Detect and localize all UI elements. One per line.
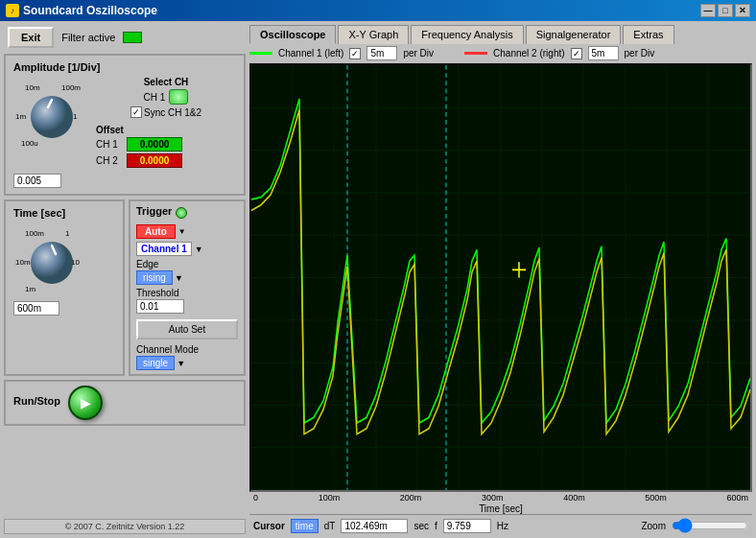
autoset-button[interactable]: Auto Set: [136, 319, 238, 339]
svg-text:1: 1: [65, 229, 70, 238]
time-title: Time [sec]: [13, 207, 115, 219]
edge-button[interactable]: rising: [136, 270, 173, 285]
knob-label-100m: 100m: [61, 83, 81, 92]
amplitude-knob[interactable]: 10m 100m 1m 1 100u: [13, 77, 90, 153]
trigger-title: Trigger: [136, 205, 172, 217]
ch2-perdiv-label: per Div: [625, 48, 655, 58]
ch1-visible-checkbox[interactable]: [349, 48, 361, 59]
ch2-channel-label: Channel 2 (right): [493, 48, 564, 58]
sync-checkbox[interactable]: [130, 106, 142, 118]
knob-label-10m: 10m: [25, 83, 40, 92]
amplitude-value-input[interactable]: [13, 174, 61, 188]
time-knob[interactable]: 100m 1 10m 10 1m: [13, 222, 90, 299]
x-axis-title: Time [sec]: [249, 503, 752, 514]
cursor-type-button[interactable]: time: [291, 519, 319, 533]
main-container: Exit Filter active Amplitude [1/Div] 10m…: [0, 21, 756, 538]
dt-label: dT: [324, 521, 336, 531]
ch2-offset-input[interactable]: [127, 153, 182, 168]
cursor-label: Cursor: [253, 521, 285, 531]
x-label-400m: 400m: [563, 493, 585, 503]
minimize-button[interactable]: —: [700, 4, 716, 17]
amplitude-bottom: [13, 174, 236, 188]
sync-checkbox-row[interactable]: Sync CH 1&2: [130, 106, 201, 118]
left-panel: Exit Filter active Amplitude [1/Div] 10m…: [0, 21, 249, 538]
f-value-input[interactable]: [443, 519, 491, 533]
select-ch-area: Select CH CH 1 Sync CH 1&2: [96, 77, 236, 118]
x-axis-labels: 0 100m 200m 300m 400m 500m 600m: [249, 492, 752, 503]
edge-label: Edge: [136, 259, 238, 269]
channel-mode-arrow[interactable]: ▼: [177, 359, 185, 368]
ch2-color-line: [464, 52, 487, 55]
ch2-offset-row: CH 2: [96, 153, 236, 168]
x-label-600m: 600m: [726, 493, 748, 503]
channel-mode-label: Channel Mode: [136, 344, 238, 355]
f-label: f: [435, 521, 437, 531]
filter-label: Filter active: [61, 32, 115, 43]
play-icon: ▶: [81, 395, 91, 410]
time-value-input[interactable]: [13, 301, 59, 316]
right-panel: Oscilloscope X-Y Graph Frequency Analysi…: [249, 21, 756, 538]
ch1-color-line: [249, 52, 272, 55]
offset-label: Offset: [96, 125, 236, 135]
threshold-input[interactable]: [136, 299, 184, 314]
scope-container: [249, 63, 752, 492]
channel-mode-button[interactable]: single: [136, 356, 175, 370]
sync-label: Sync CH 1&2: [144, 107, 201, 118]
edge-dropdown-arrow[interactable]: ▼: [175, 273, 183, 283]
x-label-0: 0: [253, 493, 258, 503]
channel-select-button[interactable]: Channel 1: [136, 242, 192, 256]
amplitude-knob-container: 10m 100m 1m 1 100u: [13, 77, 90, 153]
svg-text:100m: 100m: [25, 229, 44, 238]
tab-frequency[interactable]: Frequency Analysis: [411, 25, 523, 44]
time-inner: 100m 1 10m 10 1m: [13, 222, 115, 299]
ch1-select-label: CH 1: [144, 92, 166, 103]
knob-label-100u: 100u: [21, 139, 38, 148]
bottom-bar: Cursor time dT sec f Hz Zoom: [249, 514, 752, 536]
x-label-300m: 300m: [482, 493, 504, 503]
runstop-panel: Run/Stop ▶: [4, 380, 246, 426]
dt-value-input[interactable]: [341, 519, 408, 533]
ch2-perdiv-input[interactable]: [588, 46, 619, 60]
ch1-offset-input[interactable]: [127, 137, 182, 152]
maximize-button[interactable]: □: [718, 4, 733, 17]
x-label-100m: 100m: [319, 493, 341, 503]
ch1-perdiv-label: per Div: [403, 48, 434, 58]
ch1-offset-label: CH 1: [96, 139, 123, 150]
tab-oscilloscope[interactable]: Oscilloscope: [249, 25, 336, 44]
time-panel: Time [sec] 100m 1 10m 10 1m: [4, 199, 125, 376]
auto-button[interactable]: Auto: [136, 224, 176, 239]
threshold-label: Threshold: [136, 288, 238, 298]
offset-section: Offset CH 1 CH 2: [96, 125, 236, 170]
title-bar: ♪ Soundcard Oszilloscope — □ ✕: [0, 0, 756, 21]
trigger-header: Trigger: [136, 205, 238, 221]
channel-dropdown-arrow[interactable]: ▼: [195, 245, 203, 254]
amplitude-panel: Amplitude [1/Div] 10m 100m 1m 1 100u: [4, 54, 246, 196]
trigger-indicator: [176, 207, 187, 219]
tab-extras[interactable]: Extras: [623, 25, 673, 44]
ch1-indicator: [169, 89, 188, 105]
runstop-button[interactable]: ▶: [68, 386, 103, 420]
x-label-500m: 500m: [645, 493, 667, 503]
select-ch-label: Select CH: [144, 77, 189, 87]
tab-signalgenerator[interactable]: Signalgenerator: [526, 25, 622, 44]
zoom-label: Zoom: [641, 521, 666, 531]
close-button[interactable]: ✕: [735, 4, 750, 17]
window-controls: — □ ✕: [700, 4, 750, 17]
dt-unit: sec: [413, 521, 429, 531]
copyright: © 2007 C. Zeitnitz Version 1.22: [4, 519, 246, 534]
scope-display[interactable]: [251, 65, 750, 490]
amplitude-knob-area: 10m 100m 1m 1 100u: [13, 77, 90, 170]
ch1-channel-label: Channel 1 (left): [278, 48, 343, 58]
mid-row: Time [sec] 100m 1 10m 10 1m: [4, 199, 246, 376]
runstop-title: Run/Stop: [13, 395, 60, 407]
auto-dropdown-arrow[interactable]: ▼: [178, 227, 186, 236]
ch2-visible-checkbox[interactable]: [571, 48, 582, 59]
tab-xy-graph[interactable]: X-Y Graph: [338, 25, 409, 44]
trigger-panel: Trigger Auto ▼ Channel 1 ▼ Edge rising ▼…: [129, 199, 246, 376]
knob-label-1m: 1m: [15, 112, 26, 121]
app-icon: ♪: [6, 4, 19, 17]
filter-indicator: [123, 32, 142, 43]
exit-button[interactable]: Exit: [8, 27, 54, 48]
ch1-perdiv-input[interactable]: [366, 46, 397, 60]
zoom-slider[interactable]: [672, 518, 748, 533]
